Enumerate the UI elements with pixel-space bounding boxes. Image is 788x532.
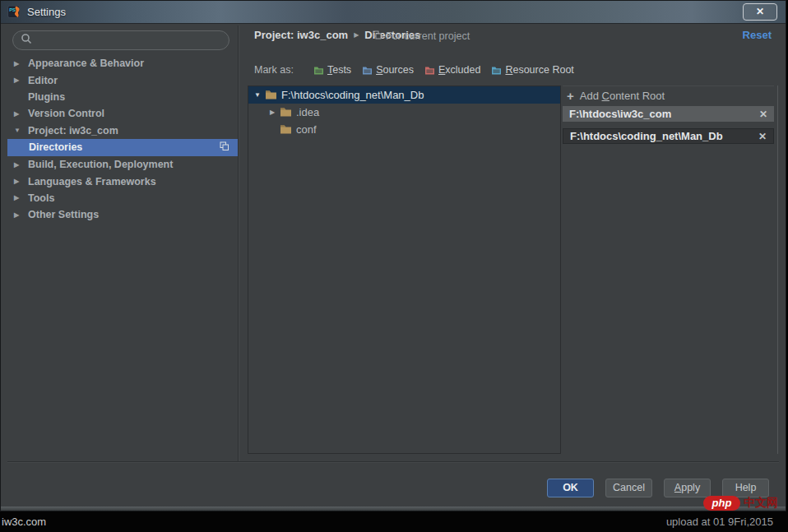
content-root-row-man-db[interactable]: F:\htdocs\coding_net\Man_Db ✕ xyxy=(563,128,774,144)
footer-divider xyxy=(7,461,779,462)
tree-row-label: F:\htdocs\coding_net\Man_Db xyxy=(281,89,424,101)
chevron-right-icon[interactable]: ▶ xyxy=(14,76,28,84)
footer-buttons: OK Cancel Apply Help xyxy=(547,479,769,497)
window-title: Settings xyxy=(27,6,66,18)
mark-as-resource-root-label: Resource Root xyxy=(505,64,573,76)
watermark-suffix: 中文网 xyxy=(744,496,778,511)
mark-as-sources-label: Sources xyxy=(376,64,414,76)
chevron-right-icon[interactable]: ▶ xyxy=(14,60,28,67)
sidebar-item-label: Other Settings xyxy=(28,209,99,220)
search-input[interactable] xyxy=(37,35,221,46)
sidebar: ▶ Appearance & Behavior ▶ Editor Plugins… xyxy=(7,29,238,465)
ok-button[interactable]: OK xyxy=(547,479,594,497)
sidebar-item-other-settings[interactable]: ▶ Other Settings xyxy=(7,206,238,223)
close-button[interactable]: ✕ xyxy=(743,3,777,21)
remove-content-root-icon[interactable]: ✕ xyxy=(758,131,767,142)
help-button[interactable]: Help xyxy=(722,479,769,497)
search-icon xyxy=(21,33,32,48)
remove-content-root-icon[interactable]: ✕ xyxy=(759,109,767,120)
apply-button[interactable]: Apply xyxy=(664,479,711,497)
chevron-down-icon[interactable]: ▼ xyxy=(252,91,263,99)
sidebar-item-appearance[interactable]: ▶ Appearance & Behavior xyxy=(7,55,238,72)
mark-as-excluded-label: Excluded xyxy=(438,64,480,76)
tree-row-idea[interactable]: ▶ .idea xyxy=(248,104,560,121)
tree-row-conf[interactable]: conf xyxy=(248,121,560,138)
mark-as-label: Mark as: xyxy=(254,64,294,76)
mark-as-resource-root-button[interactable]: Resource Root xyxy=(491,64,573,76)
sidebar-divider xyxy=(238,25,239,461)
settings-search-box[interactable] xyxy=(12,30,229,50)
content-root-path: F:\htdocs\coding_net\Man_Db xyxy=(570,130,723,142)
cancel-button[interactable]: Cancel xyxy=(605,479,652,497)
chevron-right-icon[interactable]: ▶ xyxy=(14,194,28,201)
content-roots-panel: + Add Content Root F:\htdocs\iw3c_com ✕ … xyxy=(563,86,774,144)
mark-as-tests-button[interactable]: Tests xyxy=(313,64,351,76)
sidebar-item-label: Languages & Frameworks xyxy=(28,176,156,187)
add-icon: + xyxy=(567,90,574,102)
mark-as-sources-button[interactable]: Sources xyxy=(362,64,414,76)
php-watermark: php 中文网 xyxy=(703,496,778,511)
sidebar-item-directories[interactable]: Directories xyxy=(7,139,238,156)
resource-root-folder-icon xyxy=(491,66,502,75)
sidebar-item-editor[interactable]: ▶ Editor xyxy=(7,72,238,88)
project-scope-icon xyxy=(220,141,229,154)
breadcrumb-separator-icon: ▶ xyxy=(354,31,359,39)
svg-text:PS: PS xyxy=(9,7,16,12)
titlebar: PS Settings ✕ xyxy=(1,1,786,24)
sidebar-item-plugins[interactable]: Plugins xyxy=(7,89,238,105)
caption-bar: iw3c.com upload at 01 9Fri,2015 xyxy=(0,511,788,532)
sidebar-item-label: Version Control xyxy=(28,108,104,119)
reset-link[interactable]: Reset xyxy=(743,29,772,41)
php-badge: php xyxy=(703,496,740,511)
sidebar-item-label: Project: iw3c_com xyxy=(28,125,118,136)
caption-upload-date: upload at 01 9Fri,2015 xyxy=(666,516,773,528)
mark-as-tests-label: Tests xyxy=(327,64,351,76)
sidebar-item-version-control[interactable]: ▶ Version Control xyxy=(7,105,238,122)
folder-icon xyxy=(265,89,277,102)
breadcrumb-project[interactable]: Project: iw3c_com xyxy=(254,29,348,41)
scope-note: For current project xyxy=(373,30,470,42)
excluded-folder-icon xyxy=(424,66,435,75)
window-bottom-frame xyxy=(1,507,786,511)
tree-row-man-db-root[interactable]: ▼ F:\htdocs\coding_net\Man_Db xyxy=(248,86,560,104)
tree-row-label: .idea xyxy=(296,106,319,118)
sidebar-item-label: Directories xyxy=(29,141,82,153)
phpstorm-icon: PS xyxy=(7,5,21,19)
scroll-edge xyxy=(777,86,778,454)
scope-note-label: For current project xyxy=(386,30,470,42)
settings-nav: ▶ Appearance & Behavior ▶ Editor Plugins… xyxy=(7,55,238,224)
content-root-row-iw3c-com[interactable]: F:\htdocs\iw3c_com ✕ xyxy=(563,106,774,122)
sidebar-item-label: Tools xyxy=(28,192,54,204)
folder-icon xyxy=(280,123,292,136)
current-project-icon xyxy=(373,30,382,42)
chevron-right-icon[interactable]: ▶ xyxy=(14,110,28,118)
add-content-root-button[interactable]: + Add Content Root xyxy=(563,86,774,105)
chevron-right-icon[interactable]: ▶ xyxy=(14,211,28,219)
sidebar-item-label: Plugins xyxy=(28,91,65,103)
sidebar-item-tools[interactable]: ▶ Tools xyxy=(7,190,238,206)
tree-row-label: conf xyxy=(296,123,317,136)
chevron-right-icon[interactable]: ▶ xyxy=(267,109,278,116)
tests-folder-icon xyxy=(313,66,324,75)
sources-folder-icon xyxy=(362,66,373,75)
mark-as-excluded-button[interactable]: Excluded xyxy=(424,64,480,76)
sidebar-item-label: Appearance & Behavior xyxy=(28,58,144,69)
caption-site: iw3c.com xyxy=(2,516,46,528)
chevron-down-icon[interactable]: ▼ xyxy=(14,127,28,134)
add-content-root-label: Add Content Root xyxy=(580,90,665,102)
sidebar-item-label: Editor xyxy=(28,75,58,86)
folder-icon xyxy=(280,106,292,119)
sidebar-item-project-iw3c-com[interactable]: ▼ Project: iw3c_com xyxy=(7,123,238,139)
chevron-right-icon[interactable]: ▶ xyxy=(14,178,28,185)
content-root-path: F:\htdocs\iw3c_com xyxy=(569,108,671,120)
chevron-right-icon[interactable]: ▶ xyxy=(14,161,28,169)
screen: PS Settings ✕ ▶ Appe xyxy=(0,0,788,532)
sidebar-item-label: Build, Execution, Deployment xyxy=(28,159,173,170)
mark-as-toolbar: Mark as: Tests Sources xyxy=(254,64,585,76)
directory-tree-panel: ▼ F:\htdocs\coding_net\Man_Db ▶ xyxy=(248,86,561,454)
sidebar-item-build-execution-deployment[interactable]: ▶ Build, Execution, Deployment xyxy=(7,156,238,173)
settings-window: PS Settings ✕ ▶ Appe xyxy=(0,0,786,511)
sidebar-item-languages-frameworks[interactable]: ▶ Languages & Frameworks xyxy=(7,173,238,189)
